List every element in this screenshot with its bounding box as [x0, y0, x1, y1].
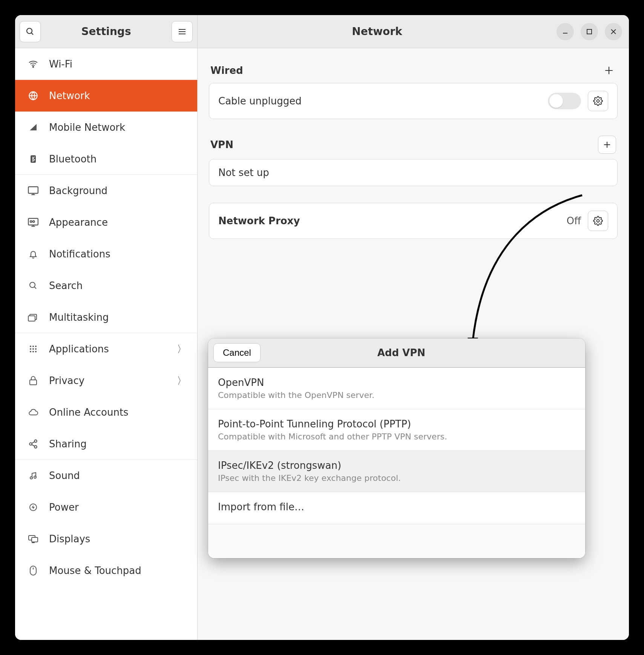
sidebar-item-mouse-touchpad[interactable]: Mouse & Touchpad	[15, 555, 197, 586]
sidebar-item-multitasking[interactable]: Multitasking	[15, 301, 197, 333]
svg-point-28	[35, 351, 37, 352]
header-left: Settings	[15, 15, 198, 48]
svg-point-26	[30, 351, 31, 352]
svg-rect-12	[28, 187, 38, 194]
wired-status: Cable unplugged	[218, 95, 548, 107]
sidebar-item-search[interactable]: Search	[15, 270, 197, 301]
svg-point-36	[34, 476, 36, 478]
svg-point-31	[29, 442, 32, 445]
vpn-option-desc: IPsec with the IKEv2 key exchange protoc…	[218, 473, 575, 483]
svg-point-24	[32, 348, 34, 350]
svg-line-33	[32, 442, 34, 443]
sidebar-item-notifications[interactable]: Notifications	[15, 238, 197, 270]
svg-rect-29	[30, 380, 37, 385]
sidebar-item-label: Applications	[49, 343, 177, 355]
sidebar-item-label: Search	[49, 280, 187, 291]
vpn-status: Not set up	[218, 167, 608, 178]
svg-point-0	[27, 28, 32, 34]
displays-icon	[26, 534, 41, 543]
header-bar: Settings Network	[15, 15, 629, 48]
sidebar-item-label: Wi-Fi	[49, 58, 187, 70]
svg-point-14	[30, 220, 32, 222]
proxy-card: Network Proxy Off	[209, 203, 618, 239]
wired-card: Cable unplugged	[209, 83, 618, 119]
dialog-filler	[208, 524, 585, 558]
svg-point-21	[32, 346, 34, 347]
wired-toggle[interactable]	[548, 93, 581, 109]
search-icon	[26, 27, 35, 36]
settings-window: Settings Network Wi-FiNetworkMobile Netw…	[15, 15, 629, 640]
sidebar-item-applications[interactable]: Applications〉	[15, 333, 197, 365]
sound-icon	[26, 471, 41, 481]
vpn-option-openvpn[interactable]: OpenVPNCompatible with the OpenVPN serve…	[208, 368, 585, 409]
svg-point-25	[35, 348, 37, 350]
svg-point-16	[30, 282, 35, 288]
minimize-button[interactable]	[557, 23, 574, 40]
sidebar-item-label: Mouse & Touchpad	[49, 565, 187, 576]
sidebar-item-displays[interactable]: Displays	[15, 523, 197, 555]
svg-rect-6	[587, 29, 592, 34]
sidebar-item-bluetooth[interactable]: Bluetooth	[15, 143, 197, 175]
svg-point-22	[35, 346, 37, 347]
appearance-icon	[26, 218, 41, 227]
sidebar-item-label: Power	[49, 502, 187, 513]
hamburger-button[interactable]	[172, 21, 193, 42]
vpn-option-name: OpenVPN	[218, 377, 575, 388]
sidebar-item-sharing[interactable]: Sharing	[15, 428, 197, 460]
close-button[interactable]	[605, 23, 622, 40]
sidebar-title: Settings	[41, 25, 172, 38]
window-body: Wi-FiNetworkMobile NetworkBluetoothBackg…	[15, 48, 629, 640]
sidebar-item-privacy[interactable]: Privacy〉	[15, 365, 197, 396]
sidebar-item-sound[interactable]: Sound	[15, 460, 197, 491]
wired-settings-button[interactable]	[588, 91, 608, 111]
cloud-icon	[26, 409, 41, 416]
vpn-option-point-to-point-tunneling-protocol-pptp[interactable]: Point-to-Point Tunneling Protocol (PPTP)…	[208, 409, 585, 451]
svg-rect-39	[32, 537, 38, 542]
cancel-button[interactable]: Cancel	[213, 343, 261, 362]
hamburger-icon	[178, 27, 187, 36]
multitask-icon	[26, 313, 41, 321]
proxy-title: Network Proxy	[218, 215, 567, 226]
sidebar-item-network[interactable]: Network	[15, 80, 197, 112]
sidebar-item-label: Background	[49, 185, 187, 196]
vpn-option-name: IPsec/IKEv2 (strongswan)	[218, 460, 575, 471]
sidebar-item-label: Multitasking	[49, 312, 187, 323]
sidebar-item-online-accounts[interactable]: Online Accounts	[15, 396, 197, 428]
svg-point-30	[34, 440, 37, 442]
vpn-option-ipsec-ikev2-strongswan[interactable]: IPsec/IKEv2 (strongswan)IPsec with the I…	[208, 451, 585, 492]
apps-icon	[26, 345, 41, 353]
dialog-title: Add VPN	[261, 347, 542, 358]
background-icon	[26, 186, 41, 195]
sidebar-item-mobile-network[interactable]: Mobile Network	[15, 112, 197, 143]
add-vpn-dialog: Cancel Add VPN OpenVPNCompatible with th…	[208, 338, 585, 558]
sidebar-item-wi-fi[interactable]: Wi-Fi	[15, 48, 197, 80]
sidebar-item-label: Network	[49, 90, 187, 101]
wired-title: Wired	[210, 65, 602, 76]
header-right: Network	[198, 15, 629, 48]
sidebar-item-appearance[interactable]: Appearance	[15, 207, 197, 238]
proxy-settings-button[interactable]	[588, 211, 608, 231]
sidebar-item-label: Sharing	[49, 438, 187, 450]
sidebar-item-power[interactable]: Power	[15, 491, 197, 523]
search-button[interactable]	[20, 21, 41, 42]
vpn-card: Not set up	[209, 159, 618, 186]
vpn-option-name: Point-to-Point Tunneling Protocol (PPTP)	[218, 418, 575, 430]
maximize-button[interactable]	[581, 23, 598, 40]
dialog-header: Cancel Add VPN	[208, 338, 585, 368]
sidebar[interactable]: Wi-FiNetworkMobile NetworkBluetoothBackg…	[15, 48, 198, 640]
svg-line-17	[34, 287, 36, 289]
sidebar-item-background[interactable]: Background	[15, 175, 197, 207]
add-vpn-button[interactable]	[598, 136, 616, 154]
sidebar-item-label: Bluetooth	[49, 153, 187, 165]
svg-point-35	[30, 477, 32, 479]
vpn-option-import-from-file[interactable]: Import from file…	[208, 492, 585, 524]
chevron-right-icon: 〉	[177, 374, 187, 387]
add-wired-button[interactable]	[602, 63, 616, 78]
vpn-section-header: VPN	[210, 136, 616, 154]
svg-point-20	[30, 346, 31, 347]
svg-point-23	[30, 348, 31, 350]
lock-icon	[26, 376, 41, 386]
vpn-options-list: OpenVPNCompatible with the OpenVPN serve…	[208, 368, 585, 524]
chevron-right-icon: 〉	[177, 343, 187, 356]
maximize-icon	[586, 29, 592, 35]
